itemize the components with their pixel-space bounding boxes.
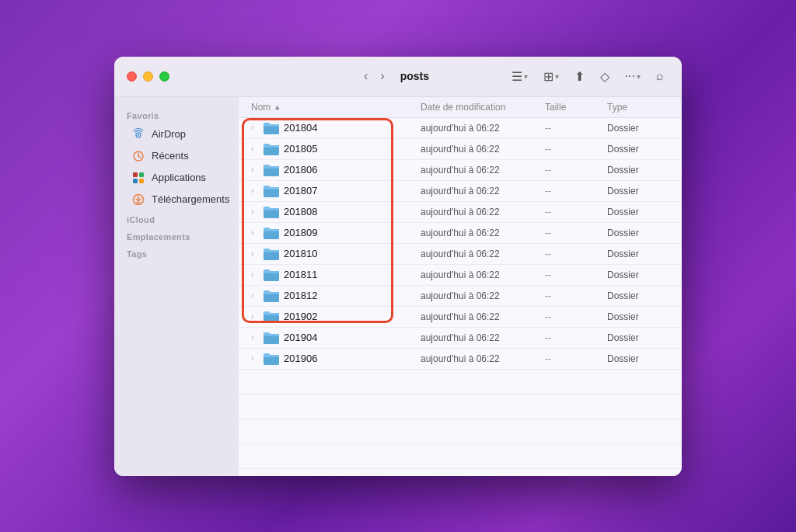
recents-icon <box>131 149 145 163</box>
col-header-size[interactable]: Taille <box>545 102 607 113</box>
file-name-cell: › 201904 <box>251 332 421 344</box>
file-type: Dossier <box>607 332 669 343</box>
file-name-cell: › 201810 <box>251 248 421 260</box>
sidebar-item-airdrop[interactable]: AirDrop <box>119 123 234 145</box>
folder-icon <box>264 269 279 281</box>
table-row[interactable]: › 201811 aujourd'hui à 06:22 -- Dossier <box>239 265 682 286</box>
file-name: 201805 <box>284 143 317 155</box>
maximize-button[interactable] <box>159 71 169 82</box>
table-row[interactable]: › 201904 aujourd'hui à 06:22 -- Dossier <box>239 328 682 349</box>
file-name: 201902 <box>284 311 317 322</box>
view-list-button[interactable]: ☰ ▾ <box>506 65 533 88</box>
chevron-right-icon: › <box>251 312 259 321</box>
file-list-wrapper: › 201804 aujourd'hui à 06:22 -- Dossier … <box>239 118 682 476</box>
table-row[interactable]: › 201812 aujourd'hui à 06:22 -- Dossier <box>239 286 682 307</box>
table-row[interactable]: › 201810 aujourd'hui à 06:22 -- Dossier <box>239 244 682 265</box>
chevron-right-icon: › <box>251 354 259 363</box>
empty-row <box>239 370 682 395</box>
toolbar-center: ‹ › posts <box>359 66 437 86</box>
file-date: aujourd'hui à 06:22 <box>421 249 545 259</box>
table-row[interactable]: › 201902 aujourd'hui à 06:22 -- Dossier <box>239 307 682 328</box>
share-button[interactable]: ⬆ <box>569 65 590 88</box>
col-header-type[interactable]: Type <box>607 102 669 113</box>
chevron-down-icon: ▾ <box>555 72 559 81</box>
table-row[interactable]: › 201809 aujourd'hui à 06:22 -- Dossier <box>239 223 682 244</box>
chevron-right-icon: › <box>251 228 259 237</box>
file-size: -- <box>545 228 607 238</box>
toolbar-right: ☰ ▾ ⊞ ▾ ⬆ ◇ ··· ▾ ⌕ <box>506 65 669 88</box>
table-row[interactable]: › 201805 aujourd'hui à 06:22 -- Dossier <box>239 139 682 160</box>
chevron-down-icon: ▾ <box>524 72 528 81</box>
file-date: aujourd'hui à 06:22 <box>421 144 545 155</box>
col-header-date[interactable]: Date de modification <box>421 102 545 113</box>
file-name-cell: › 201811 <box>251 269 421 281</box>
sidebar: Favoris AirDrop <box>114 97 239 476</box>
file-date: aujourd'hui à 06:22 <box>421 353 545 364</box>
svg-rect-5 <box>133 179 138 183</box>
folder-icon <box>264 353 279 365</box>
file-date: aujourd'hui à 06:22 <box>421 186 545 196</box>
file-type: Dossier <box>607 311 669 322</box>
file-type: Dossier <box>607 186 669 196</box>
file-size: -- <box>545 186 607 196</box>
file-name-cell: › 201808 <box>251 206 421 218</box>
chevron-right-icon: › <box>251 123 259 132</box>
file-name: 201904 <box>284 332 317 343</box>
traffic-lights <box>127 71 169 82</box>
file-date: aujourd'hui à 06:22 <box>421 332 545 343</box>
chevron-down-icon: ▾ <box>637 72 641 81</box>
file-name: 201810 <box>284 248 317 259</box>
col-header-name[interactable]: Nom ▲ <box>251 102 421 113</box>
forward-button[interactable]: › <box>375 66 389 86</box>
more-button[interactable]: ··· ▾ <box>620 65 646 87</box>
sidebar-section-icloud: iCloud <box>114 210 239 228</box>
minimize-button[interactable] <box>143 71 153 82</box>
table-row[interactable]: › 201806 aujourd'hui à 06:22 -- Dossier <box>239 160 682 181</box>
file-name-cell: › 201906 <box>251 353 421 365</box>
file-name: 201809 <box>284 227 317 238</box>
col-type-label: Type <box>607 102 627 113</box>
folder-icon <box>264 143 279 155</box>
table-row[interactable]: › 201808 aujourd'hui à 06:22 -- Dossier <box>239 202 682 223</box>
tag-icon: ◇ <box>600 69 609 84</box>
file-name-cell: › 201812 <box>251 290 421 302</box>
sidebar-section-tags: Tags <box>114 245 239 262</box>
table-row[interactable]: › 201807 aujourd'hui à 06:22 -- Dossier <box>239 181 682 202</box>
empty-row <box>239 444 682 469</box>
sidebar-item-applications[interactable]: Applications <box>119 167 234 189</box>
sidebar-item-recents[interactable]: Récents <box>119 145 234 167</box>
file-type: Dossier <box>607 165 669 176</box>
share-icon: ⬆ <box>574 69 585 84</box>
file-type: Dossier <box>607 249 669 259</box>
file-date: aujourd'hui à 06:22 <box>421 228 545 238</box>
sidebar-section-emplacements: Emplacements <box>114 228 239 245</box>
file-size: -- <box>545 311 607 322</box>
table-row[interactable]: › 201804 aujourd'hui à 06:22 -- Dossier <box>239 118 682 139</box>
ellipsis-icon: ··· <box>625 69 635 83</box>
svg-rect-6 <box>139 179 144 183</box>
search-button[interactable]: ⌕ <box>651 65 669 87</box>
tag-button[interactable]: ◇ <box>595 65 615 88</box>
file-date: aujourd'hui à 06:22 <box>421 123 545 134</box>
back-button[interactable]: ‹ <box>359 66 372 86</box>
file-type: Dossier <box>607 228 669 238</box>
file-name: 201804 <box>284 122 317 134</box>
svg-rect-3 <box>133 172 138 177</box>
list-icon: ☰ <box>511 69 522 84</box>
sidebar-item-downloads[interactable]: Téléchargements <box>119 189 234 210</box>
empty-row <box>239 469 682 476</box>
file-size: -- <box>545 144 607 155</box>
file-date: aujourd'hui à 06:22 <box>421 311 545 322</box>
file-name: 201806 <box>284 164 317 176</box>
close-button[interactable] <box>127 71 137 82</box>
sort-icon: ▲ <box>274 103 281 111</box>
applications-icon <box>131 171 145 185</box>
empty-row <box>239 419 682 444</box>
table-row[interactable]: › 201906 aujourd'hui à 06:22 -- Dossier <box>239 349 682 370</box>
view-grid-button[interactable]: ⊞ ▾ <box>538 65 564 88</box>
file-type: Dossier <box>607 123 669 134</box>
sidebar-item-label: Téléchargements <box>152 193 229 205</box>
file-date: aujourd'hui à 06:22 <box>421 290 545 301</box>
file-name: 201811 <box>284 269 317 280</box>
chevron-right-icon: › <box>251 270 259 279</box>
